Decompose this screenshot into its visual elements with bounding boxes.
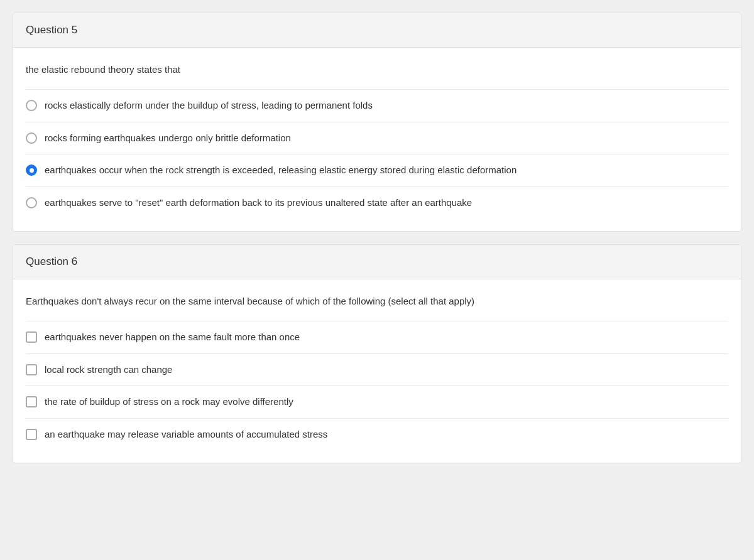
question-5-option-c[interactable]: earthquakes occur when the rock strength… [26,154,728,186]
question-5-text: the elastic rebound theory states that [26,63,728,77]
question-6-option-c[interactable]: the rate of buildup of stress on a rock … [26,385,728,418]
question-5-option-b[interactable]: rocks forming earthquakes undergo only b… [26,122,728,154]
question-5-block: Question 5 the elastic rebound theory st… [13,13,741,232]
question-5-option-c-label: earthquakes occur when the rock strength… [45,163,516,178]
question-5-title: Question 5 [26,24,77,36]
radio-q5-d[interactable] [26,197,37,208]
question-6-option-d-label: an earthquake may release variable amoun… [45,428,327,442]
radio-q5-c[interactable] [26,164,37,176]
checkbox-q6-c[interactable] [26,396,37,407]
question-6-title: Question 6 [26,256,77,267]
question-6-text: Earthquakes don't always recur on the sa… [26,294,728,309]
question-5-header: Question 5 [13,13,741,48]
question-6-block: Question 6 Earthquakes don't always recu… [13,244,741,463]
question-6-option-c-label: the rate of buildup of stress on a rock … [45,395,293,409]
question-5-option-a[interactable]: rocks elastically deform under the build… [26,89,728,122]
question-6-option-a[interactable]: earthquakes never happen on the same fau… [26,321,728,353]
question-5-option-d-label: earthquakes serve to "reset" earth defor… [45,196,472,210]
radio-q5-a[interactable] [26,100,37,111]
question-6-option-b-label: local rock strength can change [45,363,172,377]
checkbox-q6-b[interactable] [26,364,37,375]
question-6-header: Question 6 [13,245,741,279]
question-5-option-d[interactable]: earthquakes serve to "reset" earth defor… [26,186,728,219]
question-5-option-b-label: rocks forming earthquakes undergo only b… [45,131,291,146]
checkbox-q6-d[interactable] [26,429,37,440]
question-5-body: the elastic rebound theory states that r… [13,48,741,232]
question-5-options: rocks elastically deform under the build… [26,89,728,218]
question-6-option-d[interactable]: an earthquake may release variable amoun… [26,418,728,451]
question-6-option-a-label: earthquakes never happen on the same fau… [45,330,300,345]
question-6-options: earthquakes never happen on the same fau… [26,321,728,450]
question-5-option-a-label: rocks elastically deform under the build… [45,99,373,113]
question-6-option-b[interactable]: local rock strength can change [26,353,728,386]
page-container: Question 5 the elastic rebound theory st… [0,0,754,476]
radio-q5-b[interactable] [26,132,37,144]
checkbox-q6-a[interactable] [26,331,37,343]
question-6-body: Earthquakes don't always recur on the sa… [13,279,741,463]
